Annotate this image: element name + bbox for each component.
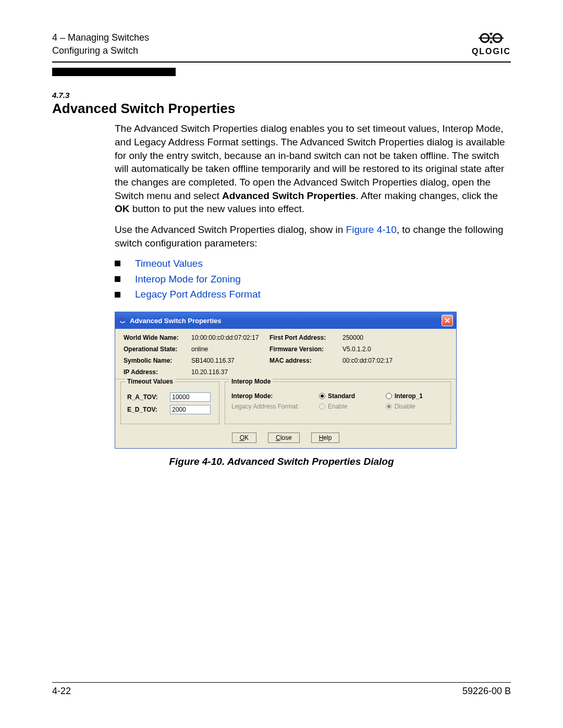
mac-address-value: 00:c0:dd:07:02:17: [342, 357, 431, 364]
chapter-line: 4 – Managing Switches: [52, 31, 149, 44]
link-list: Timeout Values Interop Mode for Zoning L…: [115, 257, 511, 301]
ed-tov-label: E_D_TOV:: [127, 406, 164, 413]
ok-button[interactable]: OK: [232, 433, 256, 443]
page-footer: 4-22 59226-00 B: [52, 682, 511, 697]
section-number: 4.7.3: [52, 91, 511, 100]
qlogic-glyph-icon: [475, 31, 507, 45]
legacy-address-format-label: Legacy Address Format:: [231, 403, 310, 410]
page-header: 4 – Managing Switches Configuring a Swit…: [52, 31, 511, 57]
dialog-button-row: OK Close Help: [115, 429, 456, 448]
radio-standard[interactable]: Standard: [319, 392, 376, 400]
brand-text: QLOGIC: [472, 47, 511, 56]
close-button[interactable]: [442, 315, 453, 326]
brand-logo: QLOGIC: [472, 31, 511, 56]
svg-marker-3: [489, 33, 493, 36]
interop-legend: Interop Mode: [229, 378, 273, 385]
radio-interop1[interactable]: Interop_1: [386, 392, 444, 400]
radio-disable: Disable: [386, 403, 444, 410]
link-timeout-values[interactable]: Timeout Values: [135, 257, 203, 270]
paragraph-2: Use the Advanced Switch Properties dialo…: [115, 223, 511, 250]
bullet-square-icon: [115, 292, 120, 298]
header-rule: [52, 61, 511, 63]
figure-caption: Figure 4-10. Advanced Switch Properties …: [52, 456, 511, 467]
link-interop-mode[interactable]: Interop Mode for Zoning: [135, 273, 241, 286]
firmware-version-value: V5.0.1.2.0: [342, 346, 431, 353]
link-legacy-port-address[interactable]: Legacy Port Address Format: [135, 288, 261, 301]
ed-tov-input[interactable]: [170, 405, 211, 414]
first-port-address-value: 250000: [342, 334, 431, 341]
radio-icon: [319, 393, 325, 399]
bullet-square-icon: [115, 276, 120, 282]
fieldset-timeout-values: Timeout Values R_A_TOV: E_D_TOV:: [120, 381, 219, 424]
radio-icon: [319, 403, 325, 410]
ip-address-label: IP Address:: [124, 368, 191, 376]
close-button-dialog[interactable]: Close: [268, 433, 300, 443]
wwn-value: 10:00:00:c0:dd:07:02:17: [191, 334, 270, 341]
page-number: 4-22: [52, 686, 71, 697]
ra-tov-input[interactable]: [170, 392, 211, 402]
fieldset-interop-mode: Interop Mode Interop Mode: Standard Inte…: [225, 381, 451, 424]
wwn-label: World Wide Name:: [124, 334, 191, 341]
help-button[interactable]: Help: [311, 433, 340, 443]
header-accent-bar: [52, 68, 176, 76]
radio-icon: [386, 393, 392, 399]
first-port-address-label: First Port Address:: [270, 334, 342, 341]
close-icon: [445, 318, 450, 323]
bullet-square-icon: [115, 261, 120, 266]
java-cup-icon: [118, 316, 127, 325]
symbolic-name-label: Symbolic Name:: [124, 357, 191, 364]
mac-address-label: MAC address:: [270, 357, 342, 364]
dialog-title: Advanced Switch Properties: [130, 317, 222, 325]
ip-address-value: 10.20.116.37: [191, 368, 270, 376]
paragraph-1: The Advanced Switch Properties dialog en…: [115, 122, 511, 215]
operational-state-label: Operational State:: [124, 346, 191, 353]
timeout-legend: Timeout Values: [125, 378, 175, 385]
firmware-version-label: Firmware Version:: [270, 346, 342, 353]
symbolic-name-value: SB1400.116.37: [191, 357, 270, 364]
chapter-subline: Configuring a Switch: [52, 44, 149, 57]
radio-icon: [386, 403, 392, 410]
doc-number: 59226-00 B: [462, 686, 511, 697]
section-title: Advanced Switch Properties: [52, 101, 511, 117]
dialog-info-grid: World Wide Name: 10:00:00:c0:dd:07:02:17…: [115, 329, 456, 379]
dialog-titlebar: Advanced Switch Properties: [115, 312, 456, 329]
dialog-advanced-switch-properties: Advanced Switch Properties World Wide Na…: [115, 312, 457, 449]
radio-enable: Enable: [319, 403, 376, 410]
operational-state-value: online: [191, 346, 270, 353]
ra-tov-label: R_A_TOV:: [127, 393, 164, 401]
interop-mode-label: Interop Mode:: [231, 392, 310, 400]
svg-marker-4: [489, 40, 493, 43]
figure-ref-link[interactable]: Figure 4-10: [346, 224, 397, 235]
